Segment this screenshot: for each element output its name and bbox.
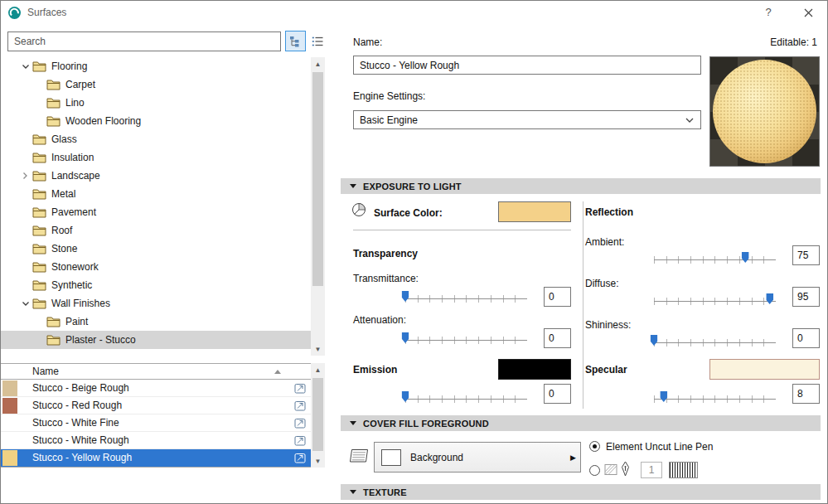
chevron-down-icon <box>685 118 694 123</box>
close-button[interactable] <box>789 1 827 24</box>
surface-name: Stucco - White Fine <box>32 417 119 429</box>
attenuation-slider[interactable] <box>405 332 527 345</box>
shininess-slider[interactable] <box>654 335 776 347</box>
section-texture-header[interactable]: TEXTURE <box>341 484 821 500</box>
tree-item-pavement[interactable]: Pavement <box>1 203 311 221</box>
specular-slider[interactable] <box>654 391 776 404</box>
custom-pen-radio[interactable] <box>589 465 600 476</box>
diffuse-slider[interactable] <box>654 293 776 306</box>
surfaces-dialog: Surfaces ? FlooringCarpetLinoWooden Floo… <box>0 0 828 504</box>
folder-icon <box>46 97 61 109</box>
section-exposure-label: EXPOSURE TO LIGHT <box>363 182 462 191</box>
tree-item-paint[interactable]: Paint <box>1 313 311 331</box>
folder-name: Synthetic <box>51 279 92 291</box>
pen-pattern-swatch[interactable] <box>669 462 698 478</box>
surface-color-chip <box>2 380 17 396</box>
scroll-up-icon[interactable]: ▲ <box>311 57 325 70</box>
list-view-button[interactable] <box>307 31 327 51</box>
surface-list-item-stucco-white-rough[interactable]: Stucco - White Rough <box>1 432 311 449</box>
ambient-slider[interactable] <box>654 252 776 264</box>
attenuation-label: Attenuation: <box>353 314 406 326</box>
tree-item-insulation[interactable]: Insulation <box>1 148 311 167</box>
list-scrollbar[interactable]: ▲ ▼ <box>311 363 325 468</box>
tree-item-flooring[interactable]: Flooring <box>1 57 311 75</box>
surface-list-item-stucco-white-fine[interactable]: Stucco - White Fine <box>1 414 311 432</box>
tree-item-stonework[interactable]: Stonework <box>1 258 311 276</box>
pen-icon[interactable] <box>621 461 630 477</box>
folder-icon <box>32 133 46 145</box>
divider <box>353 230 571 230</box>
tree-item-glass[interactable]: Glass <box>1 130 311 148</box>
tree-view-button[interactable] <box>285 31 306 51</box>
tree-scrollbar-thumb[interactable] <box>312 72 323 286</box>
surface-list-item-stucco-beige-rough[interactable]: Stucco - Beige Rough <box>1 380 311 397</box>
window-title: Surfaces <box>27 7 66 18</box>
emission-title: Emission <box>353 364 397 376</box>
reflection-title: Reflection <box>585 206 633 218</box>
folder-icon <box>32 279 46 291</box>
tree-item-wooden-flooring[interactable]: Wooden Flooring <box>1 112 311 130</box>
tree-item-roof[interactable]: Roof <box>1 221 311 240</box>
chevron-right-icon[interactable] <box>18 172 32 180</box>
folder-icon <box>32 261 46 273</box>
emission-slider[interactable] <box>405 391 527 404</box>
tree-item-synthetic[interactable]: Synthetic <box>1 276 311 294</box>
element-uncut-line-pen-label: Element Uncut Line Pen <box>606 441 713 453</box>
surface-color-swatch[interactable] <box>498 201 571 222</box>
list-header[interactable]: Name <box>1 363 311 380</box>
element-uncut-line-pen-radio[interactable] <box>589 441 600 452</box>
tree-item-lino[interactable]: Lino <box>1 94 311 112</box>
specular-value-field[interactable]: 8 <box>792 384 820 404</box>
material-preview <box>709 56 820 167</box>
engine-select-value: Basic Engine <box>360 114 418 126</box>
folder-name: Carpet <box>65 79 95 90</box>
list-scrollbar-thumb[interactable] <box>312 378 323 451</box>
section-exposure-header[interactable]: EXPOSURE TO LIGHT <box>341 178 821 194</box>
section-cover-fill-header[interactable]: COVER FILL FOREGROUND <box>341 415 821 431</box>
scroll-up-icon[interactable]: ▲ <box>311 363 325 376</box>
engine-select[interactable]: Basic Engine <box>353 110 701 129</box>
section-texture-label: TEXTURE <box>363 487 407 497</box>
column-divider <box>583 201 583 409</box>
cover-fill-dropdown[interactable]: Background ▶ <box>374 442 581 472</box>
scroll-down-icon[interactable]: ▼ <box>311 342 325 356</box>
list-view-icon <box>312 36 323 46</box>
name-label: Name: <box>353 36 382 48</box>
transmittance-slider[interactable] <box>405 291 527 303</box>
tree-item-wall-finishes[interactable]: Wall Finishes <box>1 294 311 313</box>
tree-scrollbar[interactable]: ▲ ▼ <box>311 57 325 356</box>
chevron-down-icon[interactable] <box>18 63 32 70</box>
shininess-label: Shininess: <box>585 319 631 331</box>
surface-name: Stucco - Red Rough <box>32 400 122 411</box>
shininess-value-field[interactable]: 0 <box>792 328 820 348</box>
folder-name: Stonework <box>51 261 99 273</box>
pen-number-field[interactable]: 1 <box>641 462 662 478</box>
tree-item-metal[interactable]: Metal <box>1 185 311 203</box>
tree-item-carpet[interactable]: Carpet <box>1 75 311 94</box>
tree-item-plaster-stucco[interactable]: Plaster - Stucco <box>1 331 311 349</box>
emission-color-swatch[interactable] <box>498 359 571 380</box>
fill-pattern-icon <box>349 448 369 463</box>
titlebar[interactable]: Surfaces ? <box>1 1 827 24</box>
chevron-down-icon[interactable] <box>18 300 32 308</box>
attenuation-value-field[interactable]: 0 <box>544 328 571 348</box>
folder-name: Flooring <box>51 61 87 72</box>
diffuse-value-field[interactable]: 95 <box>792 287 820 307</box>
help-button[interactable]: ? <box>754 1 782 24</box>
collapse-triangle-icon <box>350 184 356 188</box>
tree-item-landscape[interactable]: Landscape <box>1 167 311 185</box>
emission-value-field[interactable]: 0 <box>544 384 571 404</box>
transmittance-value-field[interactable]: 0 <box>544 287 571 307</box>
surface-status-icon <box>294 453 306 463</box>
scroll-down-icon[interactable]: ▼ <box>311 454 325 468</box>
surface-name-input[interactable] <box>353 56 701 75</box>
surface-list-item-stucco-red-rough[interactable]: Stucco - Red Rough <box>1 397 311 414</box>
folder-name: Stone <box>51 243 77 254</box>
ambient-value-field[interactable]: 75 <box>792 245 820 265</box>
folder-name: Lino <box>65 97 85 109</box>
specular-color-swatch[interactable] <box>709 359 820 380</box>
tree-item-stone[interactable]: Stone <box>1 240 311 258</box>
surface-list-item-stucco-yellow-rough[interactable]: Stucco - Yellow Rough <box>1 449 311 467</box>
search-input[interactable] <box>7 32 281 51</box>
sort-arrow-icon <box>274 370 281 374</box>
